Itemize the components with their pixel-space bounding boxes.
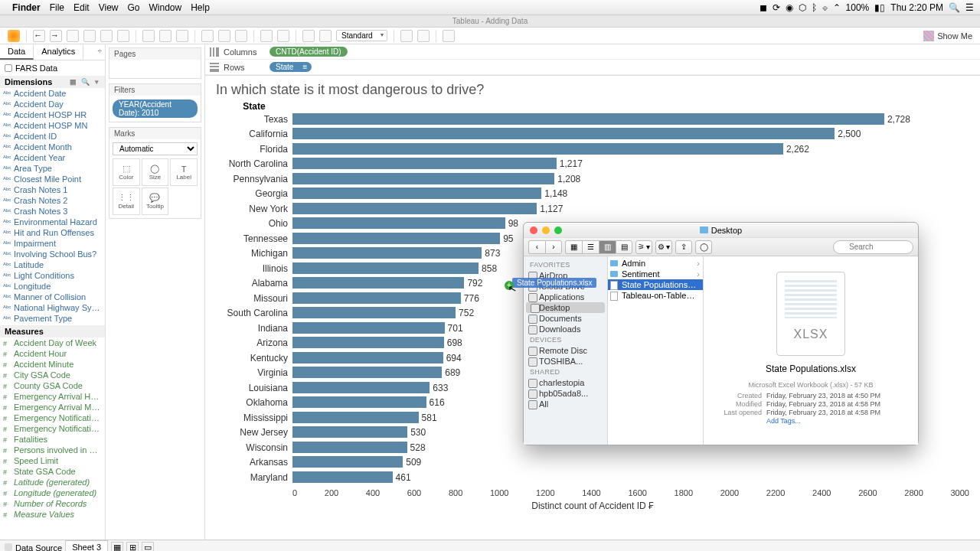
- forward-button[interactable]: ›: [545, 240, 562, 254]
- new-worksheet-icon[interactable]: [142, 30, 155, 42]
- tableau-logo-icon[interactable]: [8, 30, 20, 42]
- sort-desc-icon[interactable]: [235, 30, 247, 42]
- back-icon[interactable]: ←: [33, 30, 45, 42]
- arrange-button[interactable]: ⚞ ▾: [635, 240, 652, 254]
- back-button[interactable]: ‹: [528, 240, 545, 254]
- bar[interactable]: [292, 412, 419, 423]
- sidebar-item[interactable]: Desktop: [526, 302, 605, 313]
- rows-shelf[interactable]: Rows State≡: [205, 60, 980, 75]
- chart-row[interactable]: Texas2,728: [216, 112, 969, 127]
- dimension-field[interactable]: Manner of Collision: [0, 292, 105, 302]
- bluetooth-icon[interactable]: ᛒ: [812, 2, 817, 13]
- dimension-field[interactable]: Hit and Run Offenses: [0, 227, 105, 238]
- bar[interactable]: [292, 442, 407, 453]
- mark-label[interactable]: TLabel: [170, 158, 198, 186]
- measure-field[interactable]: Emergency Notification..: [0, 412, 105, 423]
- forward-icon[interactable]: →: [50, 30, 62, 42]
- measure-field[interactable]: State GSA Code: [0, 466, 105, 477]
- battery-percent[interactable]: 100%: [846, 2, 870, 13]
- new-dashboard-tab[interactable]: ⊞: [126, 542, 139, 552]
- bar[interactable]: [292, 352, 443, 364]
- bar[interactable]: [292, 367, 442, 378]
- bar[interactable]: [292, 471, 393, 483]
- sidebar-item[interactable]: Applications: [524, 292, 607, 302]
- swap-icon[interactable]: [201, 30, 214, 42]
- dimension-field[interactable]: Pavement Type: [0, 313, 105, 324]
- view-list-button[interactable]: ☰: [582, 240, 599, 254]
- measure-field[interactable]: County GSA Code: [0, 380, 105, 391]
- sidebar-item[interactable]: hpb05ada8...: [524, 388, 607, 399]
- labels-icon[interactable]: [302, 30, 315, 42]
- dimension-field[interactable]: Impairment: [0, 238, 105, 249]
- measure-field[interactable]: Fatalities: [0, 434, 105, 445]
- view-column-button[interactable]: ▥: [599, 240, 616, 254]
- file-item[interactable]: Admin: [608, 258, 703, 269]
- measure-field[interactable]: Accident Day of Week: [0, 337, 105, 348]
- measure-field[interactable]: Emergency Arrival Hour: [0, 391, 105, 402]
- bar[interactable]: [292, 187, 541, 199]
- measure-field[interactable]: Accident Minute: [0, 359, 105, 370]
- new-worksheet-tab[interactable]: ▦: [111, 542, 123, 552]
- dimension-field[interactable]: Crash Notes 3: [0, 206, 105, 217]
- sidebar-item[interactable]: TOSHIBA...: [524, 356, 607, 367]
- tab-data[interactable]: Data: [0, 44, 34, 60]
- status-icon[interactable]: ◼: [760, 2, 767, 13]
- viz-title[interactable]: In which state is it most dangerous to d…: [216, 82, 969, 98]
- dimension-field[interactable]: Environmental Hazard: [0, 217, 105, 227]
- bar[interactable]: [292, 322, 445, 334]
- file-preview-icon[interactable]: XLSX: [776, 272, 845, 356]
- sort-asc-icon[interactable]: [218, 30, 230, 42]
- clock[interactable]: Thu 2:20 PM: [890, 2, 943, 13]
- chart-row[interactable]: Maryland461: [216, 470, 969, 485]
- columns-pill[interactable]: CNTD(Accident ID): [270, 47, 348, 57]
- dimension-field[interactable]: Light Conditions: [0, 270, 105, 281]
- chart-row[interactable]: Pennsylvania1,208: [216, 171, 969, 187]
- notifications-icon[interactable]: ☰: [965, 2, 974, 13]
- mark-color[interactable]: ⬚Color: [113, 158, 140, 186]
- dimensions-tools[interactable]: ▦ 🔍 ▾: [70, 78, 100, 86]
- dimension-field[interactable]: Accident Date: [0, 88, 105, 99]
- dimension-field[interactable]: National Highway Syste..: [0, 302, 105, 313]
- sidebar-item[interactable]: charlestopia: [524, 377, 607, 388]
- finder-window[interactable]: Desktop ‹ › ▦ ☰ ▥ ▤ ⚞ ▾ ⚙ ▾ ⇪ ◯ Favorite…: [523, 222, 919, 445]
- filters-shelf[interactable]: YEAR(Accident Date): 2010: [109, 96, 201, 122]
- rows-pill[interactable]: State≡: [270, 62, 312, 72]
- menu-go[interactable]: Go: [128, 2, 140, 13]
- search-input[interactable]: [833, 240, 913, 254]
- dimension-field[interactable]: Accident Year: [0, 152, 105, 163]
- pages-shelf[interactable]: [109, 60, 201, 78]
- chart-row[interactable]: Georgia1,148: [216, 187, 969, 202]
- mark-size[interactable]: ◯Size: [142, 158, 169, 186]
- bar[interactable]: [292, 262, 479, 274]
- tab-analytics[interactable]: Analytics: [34, 44, 83, 60]
- share-button[interactable]: ⇪: [675, 240, 692, 254]
- measure-field[interactable]: Speed Limit: [0, 455, 105, 466]
- wifi-icon[interactable]: ⌃: [833, 2, 841, 13]
- menu-view[interactable]: View: [99, 2, 119, 13]
- dimension-field[interactable]: Closest Mile Point: [0, 174, 105, 184]
- bar[interactable]: [292, 382, 430, 393]
- bar[interactable]: [292, 128, 835, 139]
- marks-type-dropdown[interactable]: Automatic: [113, 142, 198, 155]
- status-icon[interactable]: ◉: [786, 2, 793, 13]
- dimension-field[interactable]: Latitude: [0, 259, 105, 270]
- bar[interactable]: [292, 173, 554, 184]
- measure-field[interactable]: Accident Hour: [0, 348, 105, 359]
- menu-edit[interactable]: Edit: [74, 2, 90, 13]
- sidebar-item[interactable]: Documents: [524, 313, 607, 324]
- add-tags-link[interactable]: Add Tags...: [766, 417, 910, 425]
- cards-icon[interactable]: [400, 30, 413, 42]
- bar[interactable]: [292, 203, 537, 214]
- fit-dropdown[interactable]: Standard: [336, 30, 387, 41]
- sidebar-item[interactable]: Remote Disc: [524, 345, 607, 356]
- measure-field[interactable]: Emergency Arrival Min..: [0, 402, 105, 412]
- filter-pill[interactable]: YEAR(Accident Date): 2010: [113, 99, 198, 118]
- bar[interactable]: [292, 456, 403, 468]
- spotlight-icon[interactable]: 🔍: [949, 2, 960, 13]
- dimension-field[interactable]: Accident HOSP MN: [0, 120, 105, 131]
- status-icon[interactable]: ⬡: [799, 2, 806, 13]
- measure-field[interactable]: Latitude (generated): [0, 477, 105, 487]
- save-icon[interactable]: [67, 30, 79, 42]
- show-me-button[interactable]: Show Me: [923, 31, 972, 41]
- pane-menu-icon[interactable]: ÷: [95, 44, 106, 60]
